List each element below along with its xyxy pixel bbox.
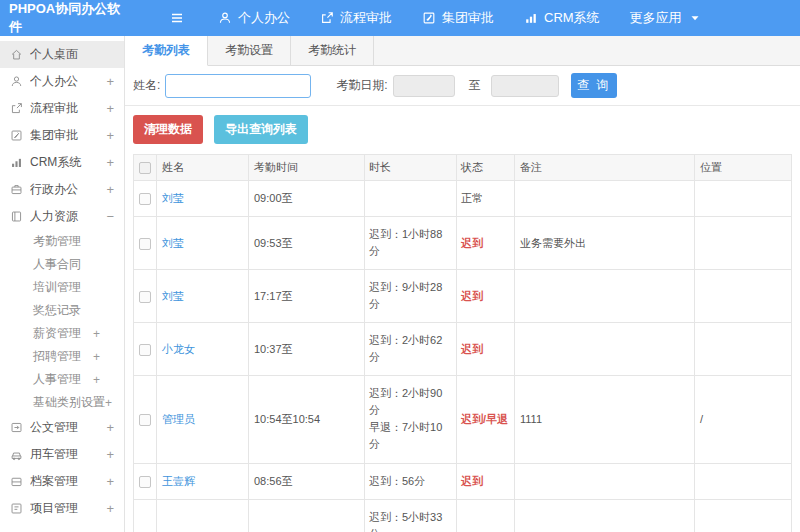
location-cell bbox=[695, 323, 792, 376]
sidebar-subitem-人事合同[interactable]: 人事合同 bbox=[0, 253, 124, 276]
employee-name-link[interactable]: 刘莹 bbox=[162, 237, 184, 249]
column-header-name: 姓名 bbox=[157, 155, 249, 181]
expand-toggle-icon[interactable]: + bbox=[106, 447, 114, 462]
project-icon bbox=[10, 502, 23, 515]
location-cell bbox=[695, 463, 792, 499]
row-checkbox[interactable] bbox=[139, 291, 151, 303]
clean-data-button[interactable]: 清理数据 bbox=[133, 115, 203, 144]
employee-name-link[interactable]: 刘莹 bbox=[162, 192, 184, 204]
expand-toggle-icon[interactable]: − bbox=[106, 209, 114, 224]
sidebar-item-CRM系统[interactable]: CRM系统+ bbox=[0, 149, 124, 176]
archive-icon bbox=[10, 475, 23, 488]
tab-考勤统计[interactable]: 考勤统计 bbox=[291, 36, 374, 65]
status-cell: 迟到 bbox=[457, 463, 515, 499]
expand-toggle-icon[interactable]: + bbox=[106, 74, 114, 89]
query-button[interactable]: 查 询 bbox=[571, 73, 617, 98]
row-checkbox[interactable] bbox=[139, 193, 151, 205]
sidebar-item-流程审批[interactable]: 流程审批+ bbox=[0, 95, 124, 122]
note-cell: 1111 bbox=[515, 376, 695, 463]
nav-item-2[interactable]: 流程审批 bbox=[305, 0, 407, 36]
tab-考勤列表[interactable]: 考勤列表 bbox=[125, 36, 208, 66]
sidebar-subitem-奖惩记录[interactable]: 奖惩记录 bbox=[0, 299, 124, 322]
expand-toggle-icon[interactable]: + bbox=[93, 350, 100, 364]
duration-cell: 迟到：2小时90分 早退：7小时10分 bbox=[369, 387, 442, 450]
sidebar-item-label: 档案管理 bbox=[30, 473, 106, 490]
share-icon bbox=[10, 102, 23, 115]
expand-toggle-icon[interactable]: + bbox=[106, 101, 114, 116]
date-to-input[interactable] bbox=[491, 75, 559, 97]
sidebar-subitem-人事管理[interactable]: 人事管理+ bbox=[0, 368, 124, 391]
row-checkbox[interactable] bbox=[139, 344, 151, 356]
sidebar-item-项目管理[interactable]: 项目管理+ bbox=[0, 495, 124, 522]
sidebar-item-个人办公[interactable]: 个人办公+ bbox=[0, 68, 124, 95]
table-row: 刘莹09:00至正常 bbox=[134, 181, 792, 217]
sidebar-item-用车管理[interactable]: 用车管理+ bbox=[0, 441, 124, 468]
expand-toggle-icon[interactable]: + bbox=[106, 501, 114, 516]
app-window: PHPOA协同办公软件 个人办公流程审批集团审批CRM系统更多应用 个人桌面个人… bbox=[0, 0, 800, 532]
sidebar-subitem-薪资管理[interactable]: 薪资管理+ bbox=[0, 322, 124, 345]
select-all-checkbox[interactable] bbox=[139, 162, 151, 174]
sidebar-item-集团审批[interactable]: 集团审批+ bbox=[0, 122, 124, 149]
expand-toggle-icon[interactable]: + bbox=[93, 327, 100, 341]
expand-toggle-icon[interactable]: + bbox=[106, 155, 114, 170]
employee-name-link[interactable]: 刘莹 bbox=[162, 290, 184, 302]
sidebar: 个人桌面个人办公+流程审批+集团审批+CRM系统+行政办公+人力资源−考勤管理人… bbox=[0, 36, 125, 532]
duration-cell: 迟到：2小时62分 bbox=[369, 334, 442, 363]
sidebar-subitem-label: 人事管理 bbox=[33, 371, 93, 388]
employee-name-link[interactable]: 管理员 bbox=[162, 413, 195, 425]
attendance-time-cell: 13:20至13:20 bbox=[249, 499, 365, 532]
export-list-button[interactable]: 导出查询列表 bbox=[214, 115, 308, 144]
tab-bar: 考勤列表考勤设置考勤统计 bbox=[125, 36, 800, 66]
sidebar-subitem-基础类别设置[interactable]: 基础类别设置+ bbox=[0, 391, 124, 414]
user-icon bbox=[218, 11, 232, 25]
nav-item-label: 更多应用 bbox=[630, 9, 682, 27]
table-row: 小龙女10:37至迟到：2小时62分迟到 bbox=[134, 323, 792, 376]
sidebar-toggle-button[interactable] bbox=[169, 10, 185, 26]
attendance-table-body: 刘莹09:00至正常刘莹09:53至迟到：1小时88分迟到业务需要外出刘莹17:… bbox=[134, 181, 792, 532]
row-checkbox[interactable] bbox=[139, 238, 151, 250]
nav-item-3[interactable]: 集团审批 bbox=[407, 0, 509, 36]
status-cell: 迟到 bbox=[457, 323, 515, 376]
attendance-time-cell: 09:00至 bbox=[249, 181, 365, 217]
name-filter-input[interactable] bbox=[165, 74, 311, 98]
nav-item-5[interactable]: 更多应用 bbox=[615, 0, 717, 36]
employee-name-link[interactable]: 王壹辉 bbox=[162, 475, 195, 487]
sidebar-item-公文管理[interactable]: 公文管理+ bbox=[0, 414, 124, 441]
sidebar-subitem-label: 考勤管理 bbox=[33, 233, 112, 250]
column-header-note: 备注 bbox=[515, 155, 695, 181]
expand-toggle-icon[interactable]: + bbox=[93, 373, 100, 387]
sidebar-subitem-培训管理[interactable]: 培训管理 bbox=[0, 276, 124, 299]
sidebar-item-行政办公[interactable]: 行政办公+ bbox=[0, 176, 124, 203]
home-icon bbox=[10, 48, 23, 61]
nav-item-4[interactable]: CRM系统 bbox=[509, 0, 615, 36]
sidebar-item-label: 用车管理 bbox=[30, 446, 106, 463]
attendance-table: 姓名 考勤时间 时长 状态 备注 位置 刘莹09:00至正常刘莹09:53至迟到… bbox=[133, 154, 792, 532]
expand-toggle-icon[interactable]: + bbox=[106, 420, 114, 435]
location-cell: / bbox=[695, 499, 792, 532]
caret-icon bbox=[688, 11, 702, 25]
tab-考勤设置[interactable]: 考勤设置 bbox=[208, 36, 291, 65]
expand-toggle-icon[interactable]: + bbox=[106, 474, 114, 489]
nav-item-1[interactable]: 个人办公 bbox=[203, 0, 305, 36]
sidebar-subitem-label: 招聘管理 bbox=[33, 348, 93, 365]
row-checkbox[interactable] bbox=[139, 414, 151, 426]
row-checkbox[interactable] bbox=[139, 476, 151, 488]
expand-toggle-icon[interactable]: + bbox=[106, 128, 114, 143]
date-from-input[interactable] bbox=[393, 75, 455, 97]
sidebar-item-档案管理[interactable]: 档案管理+ bbox=[0, 468, 124, 495]
sidebar-subitem-考勤管理[interactable]: 考勤管理 bbox=[0, 230, 124, 253]
sidebar-subitem-label: 薪资管理 bbox=[33, 325, 93, 342]
sidebar-item-人力资源[interactable]: 人力资源− bbox=[0, 203, 124, 230]
expand-toggle-icon[interactable]: + bbox=[105, 396, 112, 410]
sidebar-subitem-招聘管理[interactable]: 招聘管理+ bbox=[0, 345, 124, 368]
sidebar-item-label: 集团审批 bbox=[30, 127, 106, 144]
employee-name-link[interactable]: 小龙女 bbox=[162, 343, 195, 355]
sidebar-item-label: 流程审批 bbox=[30, 100, 106, 117]
nav-item-label: 流程审批 bbox=[340, 9, 392, 27]
sidebar-item-个人桌面[interactable]: 个人桌面 bbox=[0, 41, 124, 68]
nav-item-label: CRM系统 bbox=[544, 9, 600, 27]
nav-item-label: 个人办公 bbox=[238, 9, 290, 27]
status-cell: 迟到/早退 bbox=[457, 499, 515, 532]
expand-toggle-icon[interactable]: + bbox=[106, 182, 114, 197]
hamburger-menu-icon bbox=[169, 10, 185, 26]
